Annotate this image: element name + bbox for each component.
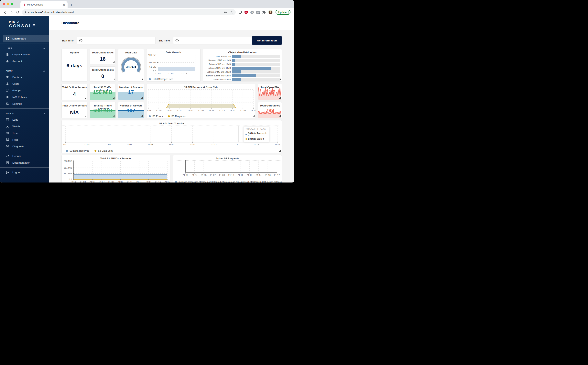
profile-avatar[interactable] — [268, 10, 273, 14]
total-online-disks-card: Total Online disks 16 — [90, 49, 116, 64]
x-tick-label: 21:05 — [166, 109, 172, 112]
sidebar-item-label: Dashboard — [12, 37, 26, 40]
new-tab-button[interactable]: + — [70, 3, 72, 7]
sidebar-item-trace[interactable]: Trace — [0, 130, 49, 136]
object-size-category-label: Between 10MB and 64MB — [204, 67, 232, 69]
x-tick-label: 21:11 — [127, 181, 132, 182]
sidebar-item-heal[interactable]: Heal — [0, 136, 49, 143]
logs-icon — [6, 118, 9, 121]
sidebar-item-logout[interactable]: Logout — [0, 169, 49, 176]
resize-handle[interactable] — [113, 61, 115, 63]
sidebar-item-license[interactable]: License — [0, 153, 49, 159]
sidebar-item-watch[interactable]: Watch — [0, 123, 49, 130]
maximize-window-button[interactable] — [11, 3, 13, 5]
x-tick-label: 21:04 — [192, 174, 197, 176]
resize-handle[interactable] — [279, 150, 281, 152]
object-size-row: Between 1024B and 1MB — [204, 59, 281, 62]
total-transfer-chart[interactable]: 0 B191 MiB381 MiB600 MiB21:0221:0421:052… — [62, 160, 170, 182]
tab-close-icon[interactable]: ✕ — [62, 3, 66, 7]
sidebar-item-object-browser[interactable]: Object Browser — [0, 51, 49, 58]
close-window-button[interactable] — [3, 3, 5, 5]
resize-handle[interactable] — [279, 79, 281, 80]
data-growth-chart[interactable]: 0 B51 GiB102 GiB190 GiB21:0221:0721:13 — [146, 54, 200, 77]
section-label: TOOLS — [6, 112, 14, 115]
collapse-chevron-icon[interactable] — [43, 70, 45, 71]
resize-handle[interactable] — [279, 115, 281, 117]
sidebar-item-label: Groups — [12, 89, 21, 92]
resize-handle[interactable] — [113, 115, 115, 117]
forward-button[interactable] — [9, 9, 14, 15]
logout-icon — [6, 171, 9, 174]
end-time-field[interactable] — [180, 39, 250, 42]
sidebar-item-logs[interactable]: Logs — [0, 116, 49, 123]
css-extension-icon[interactable]: CSS — [256, 11, 260, 14]
extensions-puzzle-icon[interactable] — [262, 10, 266, 14]
x-tick-label: 21:07 — [210, 174, 216, 176]
logs-icon — [6, 118, 9, 121]
collapse-chevron-icon[interactable] — [43, 113, 45, 114]
start-time-input[interactable] — [77, 37, 156, 44]
resize-handle[interactable] — [141, 97, 143, 99]
sidebar-item-iam-policies[interactable]: IAM Policies — [0, 94, 49, 100]
uptime-value: 6 days — [62, 63, 87, 69]
sidebar-item-label: Trace — [12, 132, 19, 134]
url-bar[interactable]: console.ns-3.cloud.min.dev/dashboard — [22, 9, 236, 15]
sidebar-item-groups[interactable]: Groups — [0, 87, 49, 94]
sidebar: MINIO CONSOLE DashboardUSERObject Browse… — [0, 16, 49, 182]
number-of-buckets-card: Number of Buckets 17 — [118, 84, 144, 100]
back-button[interactable] — [2, 9, 8, 15]
start-time-field[interactable] — [84, 39, 153, 42]
minimize-window-button[interactable] — [7, 3, 9, 5]
resize-handle[interactable] — [85, 79, 86, 80]
collapse-chevron-icon[interactable] — [43, 48, 45, 49]
resize-handle[interactable] — [198, 79, 199, 80]
bookmark-star-icon[interactable] — [230, 10, 233, 14]
sidebar-section-admin[interactable]: ADMIN — [0, 67, 49, 74]
x-tick-label: 21:08 — [147, 143, 153, 146]
resize-handle[interactable] — [113, 79, 115, 80]
s3-rate-chart[interactable]: 21:0221:0421:0521:0721:0821:1021:1121:13… — [146, 89, 256, 114]
resize-handle[interactable] — [279, 97, 281, 99]
x-tick-label: 21:10 — [169, 143, 174, 146]
browser-tab[interactable]: MinIO Console ✕ — [21, 1, 68, 8]
sidebar-item-documentation[interactable]: Documentation — [0, 159, 49, 166]
object-size-row: Between 10MB and 64MB — [204, 67, 281, 70]
sidebar-item-buckets[interactable]: Buckets — [0, 74, 49, 80]
sidebar-section-user[interactable]: USER — [0, 45, 49, 51]
resize-handle[interactable] — [141, 79, 143, 80]
object-size-bar-fill — [232, 55, 241, 58]
end-time-input[interactable] — [173, 37, 252, 44]
get-information-button[interactable]: Get Information — [252, 36, 282, 45]
sidebar-item-account[interactable]: Account — [0, 58, 49, 64]
object-size-row: Greater than 512MB — [204, 78, 281, 81]
sidebar-item-dashboard[interactable]: Dashboard — [3, 35, 49, 42]
active-requests-chart[interactable]: 21:0221:0421:0521:0721:0821:1021:1121:13… — [173, 160, 282, 179]
dashboard-icon — [6, 37, 9, 40]
reload-button[interactable] — [15, 9, 21, 15]
s3-api-data-transfer-card: S3 API Data Transfer 21:0221:0421:0521:0… — [62, 120, 282, 153]
sidebar-item-users[interactable]: Users — [0, 80, 49, 87]
resize-handle[interactable] — [113, 97, 115, 99]
x-tick-label: 21:02 — [63, 143, 69, 146]
onepassword-extension-icon[interactable] — [238, 10, 242, 14]
sidebar-section-tools[interactable]: TOOLS — [0, 110, 49, 116]
password-key-icon[interactable] — [224, 10, 228, 14]
offline-disks-value: 0 — [90, 73, 116, 79]
url-text: console.ns-3.cloud.min.dev/dashboard — [28, 11, 74, 14]
sidebar-item-settings[interactable]: Settings — [0, 100, 49, 107]
resize-handle[interactable] — [85, 115, 86, 117]
y-tick-label: 0 B — [69, 178, 72, 181]
resize-handle[interactable] — [253, 115, 255, 117]
ublock-extension-icon[interactable]: U — [250, 11, 254, 14]
browser-menu-kebab-icon[interactable] — [288, 11, 289, 14]
sidebar-item-diagnostic[interactable]: Diagnostic — [0, 143, 49, 150]
buckets-value: 17 — [118, 89, 144, 95]
y-tick-label: 381 MiB — [64, 167, 72, 169]
resize-handle[interactable] — [141, 115, 143, 117]
resize-handle[interactable] — [85, 97, 86, 99]
x-tick-label: 21:10 — [198, 109, 204, 112]
sidebar-item-label: Documentation — [12, 161, 30, 164]
update-browser-button[interactable]: Update — [276, 10, 291, 15]
adblock-plus-extension-icon[interactable]: ABP — [244, 11, 248, 14]
object-size-distribution-card: Object size distribution Less than 1024B… — [203, 49, 282, 81]
